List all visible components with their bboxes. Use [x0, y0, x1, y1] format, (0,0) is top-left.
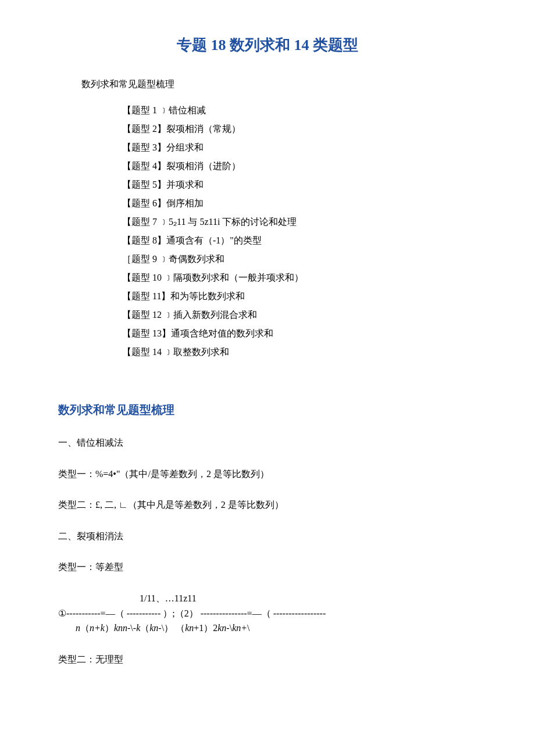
- heading-method-1: 一、错位相减法: [58, 435, 477, 450]
- toc-item: 【题型 2】裂项相消（常规）: [122, 120, 477, 138]
- toc-header: 数列求和常见题型梳理: [81, 78, 477, 91]
- type-2-description: 类型二：£, 二, ∟（其中凡是等差数列，2 是等比数列）: [58, 497, 477, 513]
- toc-item: 【题型 5】并项求和: [122, 175, 477, 194]
- toc-item: 【题型 10 ﹞隔项数列求和（一般并项求和）: [122, 268, 477, 287]
- toc-item: 【题型 11】和为等比数列求和: [122, 287, 477, 306]
- heading-method-2: 二、裂项相消法: [58, 529, 477, 544]
- section-title: 数列求和常见题型梳理: [58, 402, 477, 418]
- toc-item: 【题型 3】分组求和: [122, 138, 477, 157]
- type-1-description: 类型一：%=4•"（其中/是等差数列，2 是等比数列）: [58, 467, 477, 482]
- subtype-2-heading: 类型二：无理型: [58, 652, 477, 667]
- toc-item: 【题型 1 ﹞错位相减: [122, 101, 477, 120]
- toc-item: 【题型 4】裂项相消（进阶）: [122, 157, 477, 175]
- toc-item: 【题型 14 ﹞取整数列求和: [122, 343, 477, 361]
- formula-line-1: 1/11、…11z11: [140, 591, 477, 606]
- toc-list: 【题型 1 ﹞错位相减 【题型 2】裂项相消（常规） 【题型 3】分组求和 【题…: [122, 101, 477, 361]
- formula-block: 1/11、…11z11 ①-----------=—（ ----------- …: [58, 591, 477, 636]
- formula-line-2: ①-----------=—（ ----------- ）;（2） ------…: [58, 606, 477, 621]
- page-title: 专题 18 数列求和 14 类题型: [58, 35, 477, 55]
- formula-line-3: n（n+k）knn-\-k（kn-\） （kn+1）2kn-\kn+\: [58, 621, 477, 636]
- toc-item: 【题型 8】通项含有（-1）"的类型: [122, 231, 477, 250]
- toc-item: 【题型 12 ﹞插入新数列混合求和: [122, 306, 477, 324]
- toc-item: 【题型 6】倒序相加: [122, 194, 477, 213]
- toc-item: 【题型 13】通项含绝对值的数列求和: [122, 324, 477, 343]
- toc-item: 【题型 7 ﹞5₂11 与 5z11i 下标的讨论和处理: [122, 213, 477, 231]
- subtype-1-heading: 类型一：等差型: [58, 560, 477, 575]
- toc-item: ［题型 9 ﹞奇偶数列求和: [122, 250, 477, 268]
